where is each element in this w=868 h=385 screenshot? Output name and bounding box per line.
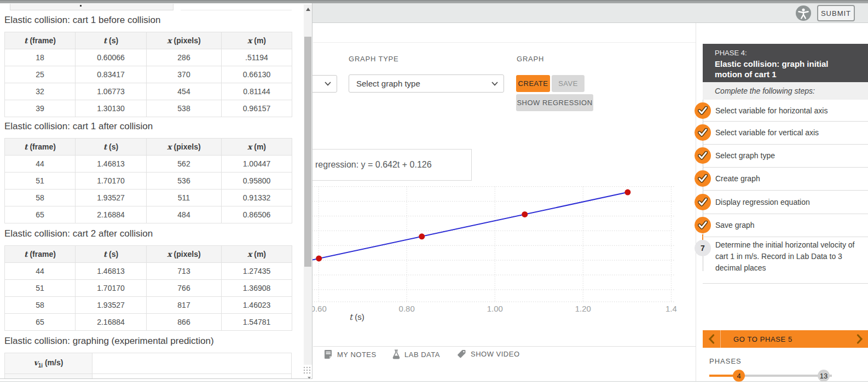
accessibility-person-glyph	[796, 5, 811, 21]
table-cell: 1.06773	[76, 83, 147, 100]
phases-label: PHASES	[709, 357, 742, 365]
scrolled-table-fragment-line	[181, 10, 292, 10]
step-label: Select variable for vertical axis	[715, 121, 863, 144]
phase-subtitle: Complete the following steps:	[703, 82, 868, 100]
submit-button[interactable]: SUBMIT	[817, 5, 855, 21]
table-cell: 0.81144	[222, 83, 292, 100]
table-cell: 286	[147, 49, 222, 66]
table-cell: 0.66130	[222, 66, 292, 83]
chevron-right-icon	[857, 334, 863, 344]
value-input-cell[interactable]	[92, 374, 292, 380]
table-cell: 454	[147, 83, 222, 100]
table-row: 321.067734540.81144	[5, 83, 292, 100]
table-cell: 1.46023	[222, 297, 292, 314]
step-label: Select variable for horizontal axis	[715, 100, 863, 121]
table-cell: 44	[5, 263, 76, 280]
scrolled-table-fragment	[10, 4, 173, 10]
scrollbar-up-arrow-icon[interactable]	[306, 8, 310, 11]
data-table: t (frame)t (s)x (pixels)x (m)441.4681356…	[4, 138, 292, 223]
phases-slider-thumb[interactable]: 4	[733, 370, 745, 382]
panel-resize-grip-icon[interactable]	[303, 366, 312, 379]
step-separator	[703, 237, 868, 237]
column-header: t (s)	[76, 246, 147, 263]
step-label: Create graph	[715, 167, 863, 190]
step-label: Display regression equation	[715, 190, 863, 214]
table-row: 581.935275110.91332	[5, 189, 292, 206]
lab-data-panel: Elastic collision: cart 1 before collisi…	[0, 3, 313, 379]
table-cell: 713	[147, 263, 222, 280]
table-cell: 538	[147, 100, 222, 117]
table-cell: 65	[5, 314, 76, 331]
table-cell: 2.16884	[76, 314, 147, 331]
data-point[interactable]	[522, 211, 528, 217]
table-cell: 1.27435	[222, 263, 292, 280]
value-input-cell[interactable]	[92, 353, 292, 374]
my-notes-button[interactable]: MY NOTES	[324, 349, 377, 359]
table-cell: 65	[5, 206, 76, 223]
table-cell: 1.70170	[76, 173, 147, 189]
table-cell: 25	[5, 66, 76, 83]
lab-data-label: LAB DATA	[404, 350, 440, 359]
data-point[interactable]	[316, 255, 322, 261]
flask-icon	[392, 349, 400, 359]
table-row: 391.301305380.96157	[5, 100, 292, 117]
step-label: Save graph	[715, 214, 863, 237]
table-cell: 536	[147, 173, 222, 189]
table-cell: 1.93527	[76, 297, 147, 314]
data-point[interactable]	[419, 233, 425, 239]
show-video-button[interactable]: SHOW VIDEO	[457, 349, 520, 359]
column-header: x (pixels)	[147, 32, 222, 49]
table-cell: 1.30130	[76, 100, 147, 117]
table-cell: 0.95800	[222, 173, 292, 189]
step-complete-check-icon	[695, 102, 711, 119]
column-header: x (m)	[222, 32, 292, 49]
table-cell: 1.36908	[222, 280, 292, 297]
table-cell: 1.54781	[222, 314, 292, 331]
create-graph-button[interactable]: CREATE	[516, 75, 550, 92]
step-complete-check-icon	[695, 194, 711, 210]
x-tick-label: 1.00	[484, 304, 506, 313]
lab-data-button[interactable]: LAB DATA	[392, 349, 440, 359]
show-regression-button[interactable]: SHOW REGRESSION	[516, 94, 593, 111]
regression-equation-box: regression: y = 0.642t + 0.126	[296, 149, 472, 181]
table-cell: 32	[5, 83, 76, 100]
next-phase-button[interactable]	[852, 330, 868, 348]
section-title: Elastic collision: cart 1 after collisio…	[4, 121, 153, 132]
column-header: x (m)	[222, 139, 292, 156]
column-header: t (frame)	[5, 246, 76, 263]
x-tick-label: 1.4	[660, 304, 682, 313]
phase-header: PHASE 4: Elastic collision: graph initia…	[703, 44, 868, 82]
regression-equation-text: regression: y = 0.642t + 0.126	[296, 160, 432, 170]
section-title: Elastic collision: graphing (experimenta…	[4, 336, 214, 347]
app-window: SUBMIT GRAPH TYPE Select graph type GRAP…	[0, 0, 868, 385]
go-to-phase-button[interactable]: GO TO PHASE 5	[721, 335, 852, 343]
phases-slider-max: 13	[818, 370, 830, 382]
table-row: 652.168844840.86506	[5, 206, 292, 223]
table-cell: 58	[5, 297, 76, 314]
table-cell: 0.91332	[222, 189, 292, 206]
table-cell: 370	[147, 66, 222, 83]
graph-type-select[interactable]: Select graph type	[349, 74, 504, 93]
graph-type-value: Select graph type	[349, 79, 491, 88]
panel-scrollbar-thumb[interactable]	[304, 37, 311, 267]
table-cell: 484	[147, 206, 222, 223]
position-time-chart	[305, 183, 675, 304]
column-header: x (pixels)	[147, 139, 222, 156]
phase-number-label: PHASE 4:	[715, 49, 861, 57]
step-label: Determine the initial horizontal velocit…	[715, 239, 862, 274]
module-top-border	[313, 42, 696, 43]
data-point[interactable]	[624, 189, 630, 196]
table-row: 652.168848661.54781	[5, 314, 292, 331]
chevron-down-icon	[491, 82, 498, 86]
step-complete-check-icon	[695, 124, 711, 141]
tag-icon	[457, 349, 466, 359]
accessibility-icon[interactable]	[796, 5, 811, 21]
table-cell: 51	[5, 173, 76, 189]
column-header: x (pixels)	[147, 246, 222, 263]
table-cell: 0.60066	[76, 49, 147, 66]
step-separator	[703, 283, 868, 284]
phase-title: Elastic collision: graph initial motion …	[715, 59, 854, 79]
save-graph-button[interactable]: SAVE	[552, 75, 585, 92]
table-cell: 511	[147, 189, 222, 206]
previous-phase-button[interactable]	[703, 330, 721, 348]
